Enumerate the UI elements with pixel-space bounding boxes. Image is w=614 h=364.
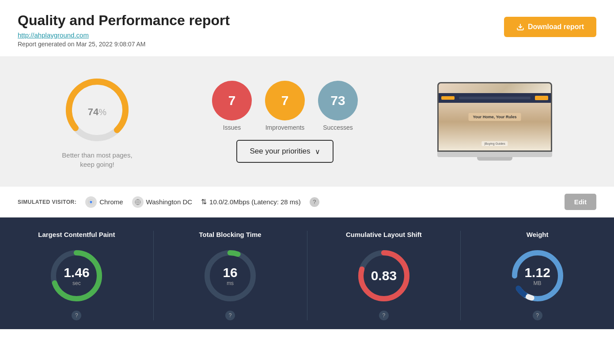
chevron-down-icon: ∨ [315, 147, 320, 156]
visitor-left: SIMULATED VISITOR: Chrome Washin [18, 196, 319, 208]
report-date: Report generated on Mar 25, 2022 9:08:07… [18, 41, 230, 48]
speed-icon: ⇅ [201, 198, 207, 206]
visitor-location: Washington DC [132, 196, 193, 208]
issues-circle: 7 [212, 81, 252, 120]
laptop-screen: Your Home, Your Rules |Buying Guides [437, 82, 552, 152]
issues-stat: 7 Issues [212, 81, 252, 131]
screen-bottom-text: |Buying Guides [481, 141, 508, 146]
location-icon [132, 196, 144, 208]
lcp-donut: 1.46 sec [48, 247, 105, 304]
edit-button[interactable]: Edit [565, 194, 596, 210]
score-container: 74% Better than most pages,keep going! [62, 75, 133, 169]
chrome-icon [85, 196, 97, 208]
screen-overlay-text: Your Home, Your Rules [468, 113, 521, 121]
download-icon [516, 23, 524, 31]
screen-content: Your Home, Your Rules |Buying Guides [439, 83, 551, 150]
stats-circles: 7 Issues 7 Improvements 73 Successes [212, 81, 358, 131]
metrics-section: Largest Contentful Paint 1.46 sec ? Tota… [0, 218, 614, 329]
weight-value-container: 1.12 MB [524, 265, 550, 286]
weight-info-icon[interactable]: ? [533, 311, 542, 320]
nav-cta [535, 96, 548, 100]
cls-metric: Cumulative Layout Shift 0.83 ? [307, 231, 461, 320]
nav-links [459, 97, 531, 99]
visitor-speed: ⇅ 10.0/2.0Mbps (Latency: 28 ms) [201, 198, 301, 206]
cls-donut: 0.83 [355, 247, 413, 304]
improvements-stat: 7 Improvements [265, 81, 305, 131]
visitor-browser: Chrome [85, 196, 123, 208]
stats-container: 7 Issues 7 Improvements 73 Successes See… [212, 81, 358, 163]
lcp-info-icon[interactable]: ? [72, 311, 81, 320]
cls-info-icon[interactable]: ? [379, 311, 389, 320]
see-priorities-button[interactable]: See your priorities ∨ [236, 140, 333, 163]
successes-circle: 73 [318, 81, 358, 120]
tbt-info-icon[interactable]: ? [225, 311, 235, 320]
visitor-bar: SIMULATED VISITOR: Chrome Washin [0, 187, 614, 218]
help-icon[interactable]: ? [310, 197, 319, 207]
successes-stat: 73 Successes [318, 81, 358, 131]
lcp-value-container: 1.46 sec [64, 265, 89, 286]
header-left: Quality and Performance report http://ah… [18, 12, 230, 48]
summary-section: 74% Better than most pages,keep going! 7… [0, 57, 614, 187]
screen-nav [439, 93, 551, 103]
score-value: 74% [88, 101, 106, 119]
laptop-preview: Your Home, Your Rules |Buying Guides [437, 82, 552, 161]
tbt-metric: Total Blocking Time 16 ms ? [154, 231, 307, 320]
site-url[interactable]: http://ahplayground.com [18, 31, 230, 39]
page-header: Quality and Performance report http://ah… [0, 0, 614, 57]
score-donut: 74% [62, 75, 133, 145]
lcp-metric: Largest Contentful Paint 1.46 sec ? [0, 231, 154, 320]
improvements-circle: 7 [265, 81, 305, 120]
nav-logo [441, 96, 455, 100]
page-title: Quality and Performance report [18, 12, 230, 29]
weight-metric: Weight 1.12 MB ? [461, 231, 614, 320]
tbt-donut: 16 ms [201, 247, 259, 304]
tbt-value-container: 16 ms [223, 265, 237, 286]
weight-donut: 1.12 MB [509, 247, 566, 304]
download-report-button[interactable]: Download report [504, 17, 596, 37]
visitor-label: SIMULATED VISITOR: [18, 199, 76, 205]
laptop-base [437, 152, 552, 157]
laptop-stand [477, 157, 512, 161]
cls-value-container: 0.83 [371, 268, 397, 283]
